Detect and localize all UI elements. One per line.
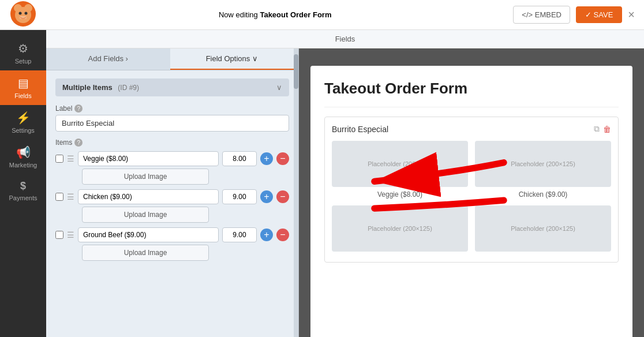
item-2-price-input[interactable]: [222, 189, 257, 204]
sidebar: ⚙ Setup ▤ Fields ⚡ Settings 📢 Marketing …: [0, 30, 46, 337]
svg-point-5: [25, 12, 28, 15]
list-item: ☰ + − Upload Image: [55, 189, 289, 223]
svg-rect-6: [20, 16, 27, 19]
item-1-upload-button[interactable]: Upload Image: [82, 168, 209, 185]
field-header-label: Multiple Items (ID #9): [62, 83, 139, 92]
duplicate-button[interactable]: ⧉: [594, 124, 600, 134]
item-2-label: Chicken ($9.00): [475, 190, 611, 199]
burrito-actions: ⧉ 🗑: [594, 124, 611, 134]
list-item: ☰ + − Upload Image: [55, 151, 289, 185]
item-3-checkbox[interactable]: [55, 231, 63, 239]
item-card-3: Placeholder (200×125): [332, 205, 468, 255]
item-row-top-2: ☰ + −: [55, 189, 289, 204]
fields-icon: ▤: [18, 76, 29, 90]
item-3-placeholder: Placeholder (200×125): [332, 205, 468, 252]
label-group: Label ?: [55, 104, 289, 132]
item-2-remove-button[interactable]: −: [276, 190, 289, 203]
form-preview-area: Takeout Order Form Burrito Especial ⧉ 🗑: [299, 48, 644, 337]
drag-handle-icon[interactable]: ☰: [67, 192, 74, 201]
field-header[interactable]: Multiple Items (ID #9) ∨: [55, 78, 289, 96]
item-1-remove-button[interactable]: −: [276, 152, 289, 165]
form-preview-title: Takeout Order Form: [324, 80, 619, 98]
sidebar-item-payments[interactable]: $ Payments: [0, 174, 46, 207]
burrito-section-title: Burrito Especial: [332, 125, 388, 134]
form-preview: Takeout Order Form Burrito Especial ⧉ 🗑: [310, 66, 632, 337]
items-grid: Placeholder (200×125) Veggie ($8.00) Pla…: [332, 141, 611, 255]
sidebar-item-setup-label: Setup: [15, 58, 32, 65]
item-3-add-button[interactable]: +: [260, 229, 273, 241]
logo: [9, 0, 37, 29]
form-divider: [324, 107, 619, 107]
item-3-price-input[interactable]: [222, 227, 257, 242]
item-1-name-input[interactable]: [78, 151, 219, 166]
top-bar: Now editing Takeout Order Form </> EMBED…: [0, 0, 644, 30]
item-row-top-1: ☰ + −: [55, 151, 289, 166]
burrito-section-header: Burrito Especial ⧉ 🗑: [332, 124, 611, 134]
tab-add-fields[interactable]: Add Fields ›: [46, 48, 170, 70]
items-label: Items ?: [55, 138, 289, 147]
sidebar-item-settings-label: Settings: [12, 127, 35, 134]
item-1-placeholder: Placeholder (200×125): [332, 141, 468, 187]
embed-button[interactable]: </> EMBED: [513, 6, 570, 24]
sidebar-item-fields[interactable]: ▤ Fields: [0, 70, 46, 105]
list-item: ☰ + − Upload Image: [55, 227, 289, 261]
label-field-label: Label ?: [55, 104, 289, 113]
close-button[interactable]: ×: [628, 8, 635, 21]
item-3-remove-button[interactable]: −: [276, 229, 289, 241]
panel-scrollbar-thumb[interactable]: [294, 54, 298, 89]
save-button[interactable]: ✓ SAVE: [576, 6, 622, 23]
delete-button[interactable]: 🗑: [603, 124, 611, 134]
item-2-upload-button[interactable]: Upload Image: [82, 207, 209, 223]
item-card-4: Placeholder (200×125): [475, 205, 611, 255]
sidebar-item-setup[interactable]: ⚙ Setup: [0, 36, 46, 70]
fields-bar: Fields: [46, 30, 644, 48]
item-1-checkbox[interactable]: [55, 155, 63, 163]
item-1-add-button[interactable]: +: [260, 152, 273, 165]
fields-bar-label: Fields: [335, 35, 355, 43]
tab-field-options[interactable]: Field Options ∨: [170, 48, 294, 70]
item-3-upload-button[interactable]: Upload Image: [82, 245, 209, 261]
item-card-1: Placeholder (200×125) Veggie ($8.00): [332, 141, 468, 199]
item-2-checkbox[interactable]: [55, 193, 63, 201]
label-help-icon[interactable]: ?: [74, 104, 83, 113]
item-2-add-button[interactable]: +: [260, 190, 273, 203]
svg-point-4: [19, 12, 22, 15]
main-layout: ⚙ Setup ▤ Fields ⚡ Settings 📢 Marketing …: [0, 30, 644, 337]
editing-title: Now editing Takeout Order Form: [219, 10, 332, 19]
sidebar-item-marketing[interactable]: 📢 Marketing: [0, 140, 46, 174]
payments-icon: $: [20, 180, 26, 192]
label-input[interactable]: [55, 115, 289, 132]
items-help-icon[interactable]: ?: [74, 138, 83, 147]
svg-point-3: [15, 7, 31, 23]
marketing-icon: 📢: [16, 145, 31, 159]
panel-tabs: Add Fields › Field Options ∨: [46, 48, 298, 70]
item-card-2: Placeholder (200×125) Chicken ($9.00): [475, 141, 611, 199]
item-4-placeholder: Placeholder (200×125): [475, 205, 611, 252]
drag-handle-icon[interactable]: ☰: [67, 230, 74, 239]
burrito-section: Burrito Especial ⧉ 🗑 Placeholder (200×12…: [324, 117, 619, 263]
settings-icon: ⚡: [16, 111, 31, 125]
sidebar-item-settings[interactable]: ⚡ Settings: [0, 105, 46, 140]
sidebar-item-fields-label: Fields: [14, 92, 31, 99]
setup-icon: ⚙: [18, 42, 28, 55]
top-bar-actions: </> EMBED ✓ SAVE ×: [513, 6, 635, 24]
item-1-label: Veggie ($8.00): [332, 190, 468, 199]
sidebar-item-payments-label: Payments: [9, 194, 38, 201]
item-1-price-input[interactable]: [222, 151, 257, 166]
item-3-name-input[interactable]: [78, 227, 219, 242]
field-header-chevron: ∨: [276, 83, 282, 92]
panel-scrollbar-track: [294, 48, 298, 337]
drag-handle-icon[interactable]: ☰: [67, 154, 74, 163]
item-row-top-3: ☰ + −: [55, 227, 289, 242]
panel-content: Multiple Items (ID #9) ∨ Label ?: [46, 70, 298, 337]
sidebar-item-marketing-label: Marketing: [9, 162, 37, 168]
item-2-placeholder: Placeholder (200×125): [475, 141, 611, 187]
item-2-name-input[interactable]: [78, 189, 219, 204]
